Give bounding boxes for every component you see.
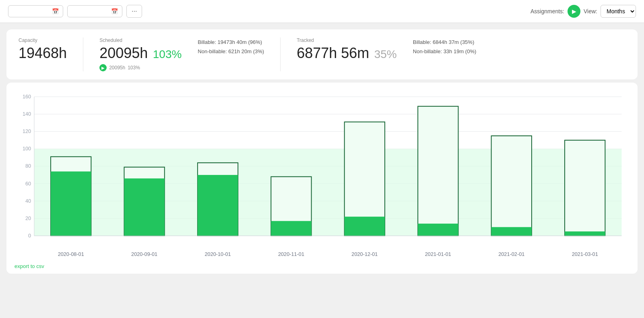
- calendar-end-icon[interactable]: 📅: [111, 8, 118, 15]
- tracked-billable-block: Billable: 6844h 37m (35%) Non-billable: …: [413, 37, 477, 56]
- assignments-icon: ▶: [572, 8, 576, 15]
- scheduled-block: Scheduled 20095h 103% ▶ 20095h 103%: [99, 37, 182, 71]
- svg-rect-29: [271, 221, 311, 236]
- svg-text:160: 160: [23, 94, 31, 100]
- svg-rect-20: [51, 171, 91, 236]
- view-select[interactable]: Months Days Weeks Years: [601, 5, 636, 18]
- date-start-group: 01-08-2020 📅: [8, 5, 63, 17]
- scheduled-value-row: 20095h 103%: [99, 45, 182, 62]
- stats-card: Capacity 19468h Scheduled 20095h 103% ▶ …: [6, 29, 638, 79]
- date-end-input[interactable]: 31-03-2021: [72, 8, 108, 15]
- scheduled-non-billable: Non-billable: 621h 20m (3%): [198, 47, 264, 56]
- assignments-section: Assignments: ▶ View: Months Days Weeks Y…: [530, 5, 636, 18]
- svg-rect-40: [565, 140, 605, 236]
- capacity-label: Capacity: [19, 37, 67, 43]
- svg-text:2020-08-01: 2020-08-01: [58, 251, 84, 257]
- svg-rect-34: [418, 106, 458, 236]
- scheduled-label: Scheduled: [99, 37, 182, 43]
- chart-svg: 0204060801001201401602020-08-012020-09-0…: [14, 91, 630, 260]
- assignments-toggle-button[interactable]: ▶: [568, 5, 580, 18]
- top-bar: 01-08-2020 📅 31-03-2021 📅 ··· Assignment…: [0, 0, 644, 23]
- svg-text:40: 40: [25, 198, 31, 204]
- scheduled-sub: ▶ 20095h 103%: [99, 64, 182, 71]
- svg-text:140: 140: [23, 111, 31, 117]
- svg-text:60: 60: [25, 181, 31, 187]
- svg-rect-37: [491, 136, 532, 236]
- svg-text:120: 120: [23, 128, 31, 134]
- svg-text:20: 20: [25, 215, 31, 221]
- svg-text:2020-10-01: 2020-10-01: [205, 251, 231, 257]
- tracked-non-billable: Non-billable: 33h 19m (0%): [413, 47, 477, 56]
- more-button[interactable]: ···: [126, 5, 142, 18]
- chart-card: 0204060801001201401602020-08-012020-09-0…: [6, 83, 638, 274]
- view-label: View:: [584, 8, 597, 15]
- svg-text:2020-11-01: 2020-11-01: [278, 251, 304, 257]
- svg-text:0: 0: [28, 233, 31, 239]
- capacity-block: Capacity 19468h: [19, 37, 67, 62]
- svg-rect-26: [198, 175, 238, 236]
- scheduled-percent: 103%: [153, 48, 182, 60]
- scheduled-billable: Billable: 19473h 40m (96%): [198, 37, 264, 47]
- divider-1: [83, 37, 83, 71]
- svg-rect-38: [491, 227, 532, 236]
- scheduled-value: 20095h: [99, 45, 148, 61]
- date-end-group: 31-03-2021 📅: [67, 5, 122, 17]
- scheduled-sub-value: 20095h: [109, 65, 125, 71]
- svg-text:2020-12-01: 2020-12-01: [351, 251, 378, 257]
- svg-text:80: 80: [25, 163, 31, 169]
- assignments-label: Assignments:: [530, 8, 564, 15]
- tracked-value-row: 6877h 56m 35%: [297, 45, 397, 62]
- scheduled-sub-percent: 103%: [128, 65, 140, 71]
- scheduled-sub-icon: ▶: [99, 64, 107, 71]
- svg-rect-18: [34, 149, 621, 236]
- date-start-input[interactable]: 01-08-2020: [12, 8, 49, 15]
- svg-text:2020-09-01: 2020-09-01: [131, 251, 157, 257]
- capacity-value: 19468h: [19, 45, 67, 62]
- tracked-block: Tracked 6877h 56m 35%: [297, 37, 397, 62]
- svg-rect-23: [124, 179, 164, 236]
- divider-2: [280, 37, 281, 71]
- svg-text:2021-03-01: 2021-03-01: [572, 251, 598, 257]
- tracked-percent: 35%: [374, 48, 397, 60]
- svg-text:2021-02-01: 2021-02-01: [498, 251, 524, 257]
- tracked-value: 6877h 56m: [297, 45, 369, 61]
- export-csv-link[interactable]: export to csv: [14, 263, 44, 269]
- tracked-billable: Billable: 6844h 37m (35%): [413, 37, 477, 47]
- svg-text:100: 100: [23, 145, 31, 152]
- svg-rect-35: [418, 224, 458, 236]
- calendar-start-icon[interactable]: 📅: [52, 8, 59, 15]
- chart-area: 0204060801001201401602020-08-012020-09-0…: [14, 91, 630, 260]
- svg-rect-32: [345, 217, 385, 236]
- svg-rect-41: [565, 231, 605, 236]
- scheduled-billable-block: Billable: 19473h 40m (96%) Non-billable:…: [198, 37, 264, 56]
- svg-text:2021-01-01: 2021-01-01: [425, 251, 451, 257]
- tracked-label: Tracked: [297, 37, 397, 43]
